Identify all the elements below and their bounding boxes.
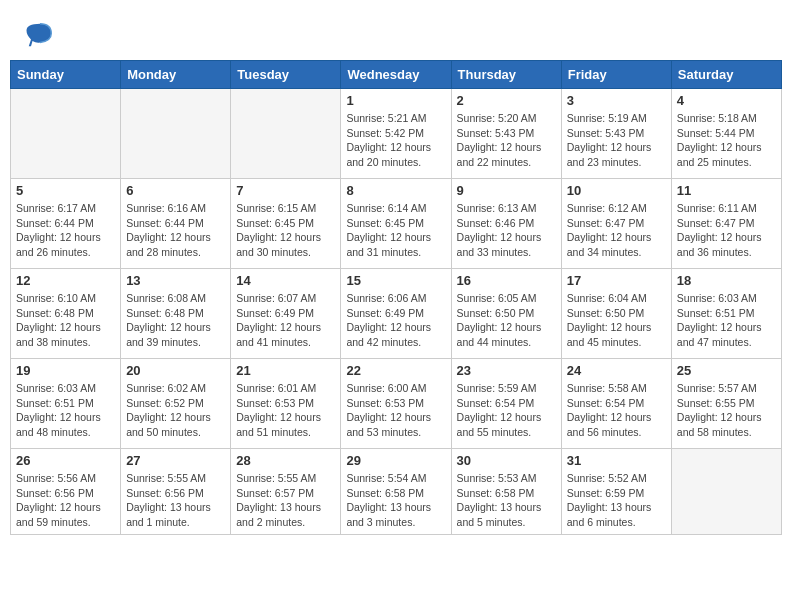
day-info: Sunrise: 6:11 AM Sunset: 6:47 PM Dayligh… [677,201,776,260]
week-row-4: 19Sunrise: 6:03 AM Sunset: 6:51 PM Dayli… [11,359,782,449]
day-info: Sunrise: 5:53 AM Sunset: 6:58 PM Dayligh… [457,471,556,530]
day-number: 5 [16,183,115,198]
day-info: Sunrise: 5:20 AM Sunset: 5:43 PM Dayligh… [457,111,556,170]
day-info: Sunrise: 5:55 AM Sunset: 6:56 PM Dayligh… [126,471,225,530]
calendar-cell: 22Sunrise: 6:00 AM Sunset: 6:53 PM Dayli… [341,359,451,449]
day-number: 20 [126,363,225,378]
calendar-cell: 2Sunrise: 5:20 AM Sunset: 5:43 PM Daylig… [451,89,561,179]
calendar-cell: 9Sunrise: 6:13 AM Sunset: 6:46 PM Daylig… [451,179,561,269]
day-info: Sunrise: 6:01 AM Sunset: 6:53 PM Dayligh… [236,381,335,440]
calendar-cell: 16Sunrise: 6:05 AM Sunset: 6:50 PM Dayli… [451,269,561,359]
calendar-cell: 3Sunrise: 5:19 AM Sunset: 5:43 PM Daylig… [561,89,671,179]
calendar-cell: 13Sunrise: 6:08 AM Sunset: 6:48 PM Dayli… [121,269,231,359]
day-number: 26 [16,453,115,468]
day-info: Sunrise: 6:16 AM Sunset: 6:44 PM Dayligh… [126,201,225,260]
day-number: 12 [16,273,115,288]
calendar-cell: 4Sunrise: 5:18 AM Sunset: 5:44 PM Daylig… [671,89,781,179]
calendar-cell: 19Sunrise: 6:03 AM Sunset: 6:51 PM Dayli… [11,359,121,449]
calendar-cell [11,89,121,179]
page-header [10,10,782,55]
calendar-cell: 23Sunrise: 5:59 AM Sunset: 6:54 PM Dayli… [451,359,561,449]
day-number: 31 [567,453,666,468]
day-info: Sunrise: 6:07 AM Sunset: 6:49 PM Dayligh… [236,291,335,350]
day-info: Sunrise: 6:05 AM Sunset: 6:50 PM Dayligh… [457,291,556,350]
calendar-cell [121,89,231,179]
day-info: Sunrise: 6:03 AM Sunset: 6:51 PM Dayligh… [677,291,776,350]
calendar-cell: 21Sunrise: 6:01 AM Sunset: 6:53 PM Dayli… [231,359,341,449]
day-info: Sunrise: 6:15 AM Sunset: 6:45 PM Dayligh… [236,201,335,260]
week-row-5: 26Sunrise: 5:56 AM Sunset: 6:56 PM Dayli… [11,449,782,535]
day-info: Sunrise: 5:18 AM Sunset: 5:44 PM Dayligh… [677,111,776,170]
week-row-2: 5Sunrise: 6:17 AM Sunset: 6:44 PM Daylig… [11,179,782,269]
day-info: Sunrise: 5:57 AM Sunset: 6:55 PM Dayligh… [677,381,776,440]
day-number: 10 [567,183,666,198]
calendar-cell: 12Sunrise: 6:10 AM Sunset: 6:48 PM Dayli… [11,269,121,359]
day-info: Sunrise: 6:00 AM Sunset: 6:53 PM Dayligh… [346,381,445,440]
day-header-tuesday: Tuesday [231,61,341,89]
calendar-cell: 11Sunrise: 6:11 AM Sunset: 6:47 PM Dayli… [671,179,781,269]
calendar-cell: 27Sunrise: 5:55 AM Sunset: 6:56 PM Dayli… [121,449,231,535]
calendar-table: SundayMondayTuesdayWednesdayThursdayFrid… [10,60,782,535]
day-info: Sunrise: 6:10 AM Sunset: 6:48 PM Dayligh… [16,291,115,350]
day-info: Sunrise: 5:56 AM Sunset: 6:56 PM Dayligh… [16,471,115,530]
calendar-cell: 30Sunrise: 5:53 AM Sunset: 6:58 PM Dayli… [451,449,561,535]
calendar-cell: 8Sunrise: 6:14 AM Sunset: 6:45 PM Daylig… [341,179,451,269]
day-info: Sunrise: 5:52 AM Sunset: 6:59 PM Dayligh… [567,471,666,530]
day-number: 16 [457,273,556,288]
day-number: 28 [236,453,335,468]
calendar-cell: 18Sunrise: 6:03 AM Sunset: 6:51 PM Dayli… [671,269,781,359]
calendar-cell: 20Sunrise: 6:02 AM Sunset: 6:52 PM Dayli… [121,359,231,449]
day-number: 4 [677,93,776,108]
calendar-cell: 7Sunrise: 6:15 AM Sunset: 6:45 PM Daylig… [231,179,341,269]
day-info: Sunrise: 5:19 AM Sunset: 5:43 PM Dayligh… [567,111,666,170]
day-number: 30 [457,453,556,468]
day-number: 27 [126,453,225,468]
day-info: Sunrise: 5:21 AM Sunset: 5:42 PM Dayligh… [346,111,445,170]
calendar-cell: 10Sunrise: 6:12 AM Sunset: 6:47 PM Dayli… [561,179,671,269]
calendar-cell: 31Sunrise: 5:52 AM Sunset: 6:59 PM Dayli… [561,449,671,535]
day-info: Sunrise: 6:03 AM Sunset: 6:51 PM Dayligh… [16,381,115,440]
day-header-friday: Friday [561,61,671,89]
day-header-sunday: Sunday [11,61,121,89]
day-number: 13 [126,273,225,288]
day-info: Sunrise: 5:58 AM Sunset: 6:54 PM Dayligh… [567,381,666,440]
logo [25,20,59,50]
day-info: Sunrise: 5:55 AM Sunset: 6:57 PM Dayligh… [236,471,335,530]
day-number: 1 [346,93,445,108]
calendar-cell: 1Sunrise: 5:21 AM Sunset: 5:42 PM Daylig… [341,89,451,179]
calendar-cell: 29Sunrise: 5:54 AM Sunset: 6:58 PM Dayli… [341,449,451,535]
day-info: Sunrise: 6:17 AM Sunset: 6:44 PM Dayligh… [16,201,115,260]
calendar-cell: 25Sunrise: 5:57 AM Sunset: 6:55 PM Dayli… [671,359,781,449]
day-info: Sunrise: 6:04 AM Sunset: 6:50 PM Dayligh… [567,291,666,350]
day-number: 23 [457,363,556,378]
calendar-cell: 26Sunrise: 5:56 AM Sunset: 6:56 PM Dayli… [11,449,121,535]
day-number: 7 [236,183,335,198]
day-info: Sunrise: 5:59 AM Sunset: 6:54 PM Dayligh… [457,381,556,440]
logo-icon [25,20,55,50]
calendar-cell: 24Sunrise: 5:58 AM Sunset: 6:54 PM Dayli… [561,359,671,449]
day-header-monday: Monday [121,61,231,89]
day-number: 19 [16,363,115,378]
day-number: 17 [567,273,666,288]
calendar-cell: 6Sunrise: 6:16 AM Sunset: 6:44 PM Daylig… [121,179,231,269]
calendar-cell [671,449,781,535]
day-number: 22 [346,363,445,378]
day-number: 14 [236,273,335,288]
day-info: Sunrise: 6:13 AM Sunset: 6:46 PM Dayligh… [457,201,556,260]
calendar-cell: 5Sunrise: 6:17 AM Sunset: 6:44 PM Daylig… [11,179,121,269]
day-number: 3 [567,93,666,108]
day-info: Sunrise: 6:08 AM Sunset: 6:48 PM Dayligh… [126,291,225,350]
day-number: 8 [346,183,445,198]
day-number: 18 [677,273,776,288]
week-row-3: 12Sunrise: 6:10 AM Sunset: 6:48 PM Dayli… [11,269,782,359]
day-header-saturday: Saturday [671,61,781,89]
calendar-cell [231,89,341,179]
day-info: Sunrise: 6:14 AM Sunset: 6:45 PM Dayligh… [346,201,445,260]
calendar-cell: 15Sunrise: 6:06 AM Sunset: 6:49 PM Dayli… [341,269,451,359]
day-number: 9 [457,183,556,198]
day-number: 21 [236,363,335,378]
calendar-cell: 28Sunrise: 5:55 AM Sunset: 6:57 PM Dayli… [231,449,341,535]
day-header-wednesday: Wednesday [341,61,451,89]
calendar-cell: 17Sunrise: 6:04 AM Sunset: 6:50 PM Dayli… [561,269,671,359]
day-info: Sunrise: 5:54 AM Sunset: 6:58 PM Dayligh… [346,471,445,530]
